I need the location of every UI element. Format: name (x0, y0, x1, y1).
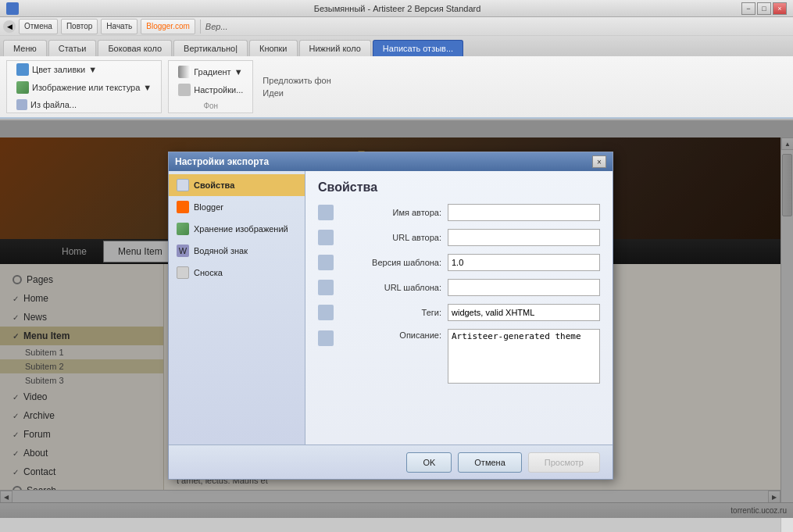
ribbon-area: ◀ Отмена Повтор Начать Blogger.com Вер..… (0, 17, 793, 120)
menu-tab[interactable]: Меню (3, 40, 47, 56)
dialog-main: Свойства Имя автора: URL автора: Версия … (305, 171, 613, 445)
tagline-text: Вер... (205, 22, 228, 31)
cancel-button[interactable]: Отмена (458, 452, 521, 473)
tags-label: Теги: (340, 308, 441, 317)
dialog-main-title: Свойства (318, 180, 600, 195)
dialog-sidebar-footnote[interactable]: Сноска (169, 262, 305, 284)
template-url-label: URL шаблона: (340, 283, 441, 292)
close-window-button[interactable]: × (773, 2, 787, 15)
fill-color-btn[interactable]: Цвет заливки ▼ (12, 62, 156, 77)
watermark-icon: W (177, 245, 189, 257)
background-group: Цвет заливки ▼ Изображение или текстура … (6, 60, 162, 113)
from-file-icon (16, 99, 27, 110)
description-label: Описание: (340, 329, 441, 340)
vertical-col-tab[interactable]: Вертикально| (173, 40, 248, 56)
author-url-label: URL автора: (340, 233, 441, 242)
dialog-overlay: Настройки экспорта × Свойства Blogger (0, 120, 793, 518)
ok-button[interactable]: OK (406, 452, 452, 473)
suggest-area: Предложить фон Идеи (259, 73, 334, 101)
preview-button[interactable]: Просмотр (528, 452, 600, 473)
dialog-sidebar-image-storage[interactable]: Хранение изображений (169, 218, 305, 240)
tags-row: Теги: (318, 304, 600, 321)
quick-access-icon: ◀ (3, 20, 16, 33)
dialog-title: Настройки экспорта (175, 156, 269, 167)
window-controls: − □ × (741, 2, 787, 15)
author-name-row: Имя автора: (318, 204, 600, 221)
image-texture-icon (16, 81, 29, 94)
start-button[interactable]: Начать (101, 19, 138, 34)
description-row: Описание: Artisteer-generated theme (318, 329, 600, 384)
gradient-icon (178, 66, 191, 78)
template-url-icon (318, 280, 334, 295)
app-icon (6, 2, 19, 15)
from-file-btn[interactable]: Из файла... (12, 98, 156, 112)
articles-tab[interactable]: Статьи (48, 40, 97, 56)
description-icon (318, 330, 334, 346)
description-textarea[interactable]: Artisteer-generated theme (448, 329, 600, 384)
dialog-sidebar-watermark[interactable]: W Водяной знак (169, 240, 305, 262)
author-url-row: URL автора: (318, 229, 600, 246)
buttons-tab[interactable]: Кнопки (249, 40, 298, 56)
author-name-icon (318, 205, 334, 220)
dialog-footer: OK Отмена Просмотр (169, 445, 613, 479)
minimize-button[interactable]: − (741, 2, 755, 15)
author-name-label: Имя автора: (340, 208, 441, 217)
tags-icon (318, 305, 334, 320)
image-texture-btn[interactable]: Изображение или текстура ▼ (12, 80, 156, 95)
redo-button[interactable]: Повтор (61, 19, 98, 34)
image-storage-icon (177, 223, 189, 235)
template-version-input[interactable] (448, 254, 600, 271)
template-version-icon (318, 255, 334, 270)
toolbar-separator (200, 20, 201, 34)
fill-color-icon (16, 63, 29, 76)
main-area: torrentic.ucoz.ru torrentic.ucoz.ru Home… (0, 120, 793, 518)
author-url-icon (318, 230, 334, 245)
dialog-body: Свойства Blogger Хранение изображений W … (169, 171, 613, 445)
settings-icon (178, 84, 191, 96)
suggest-bg-label: Предложить фон (263, 76, 330, 85)
ribbon-toolbar: ◀ Отмена Повтор Начать Blogger.com Вер..… (0, 17, 793, 36)
template-url-row: URL шаблона: (318, 279, 600, 296)
undo-button[interactable]: Отмена (19, 19, 58, 34)
maximize-button[interactable]: □ (757, 2, 771, 15)
ideas-label: Идеи (263, 88, 330, 98)
dialog-close-button[interactable]: × (592, 155, 606, 168)
title-bar: Безымянный - Artisteer 2 Версия Standard… (0, 0, 793, 17)
background-label: Фон (173, 100, 248, 110)
blogger-icon (177, 201, 189, 213)
dialog-titlebar: Настройки экспорта × (169, 152, 613, 171)
author-name-input[interactable] (448, 204, 600, 221)
footnote-icon (177, 266, 189, 279)
settings-btn[interactable]: Настройки... (173, 82, 248, 98)
template-url-input[interactable] (448, 279, 600, 296)
bottom-col-tab[interactable]: Нижний коло (299, 40, 371, 56)
blogger-button[interactable]: Blogger.com (141, 19, 195, 34)
template-version-label: Версия шаблона: (340, 258, 441, 267)
dialog-sidebar-blogger[interactable]: Blogger (169, 196, 305, 218)
window-title: Безымянный - Artisteer 2 Версия Standard (53, 4, 741, 13)
ribbon-content: Цвет заливки ▼ Изображение или текстура … (0, 56, 793, 119)
dialog-sidebar: Свойства Blogger Хранение изображений W … (169, 171, 305, 445)
sidebar-col-tab[interactable]: Боковая коло (98, 40, 172, 56)
gradient-group: Градиент ▼ Настройки... Фон (168, 60, 253, 113)
template-version-row: Версия шаблона: (318, 254, 600, 271)
write-review-tab[interactable]: Написать отзыв... (373, 40, 463, 56)
author-url-input[interactable] (448, 229, 600, 246)
dialog-sidebar-properties[interactable]: Свойства (169, 174, 305, 196)
properties-icon (177, 179, 189, 191)
gradient-btn[interactable]: Градиент ▼ (173, 64, 248, 80)
export-settings-dialog: Настройки экспорта × Свойства Blogger (168, 152, 613, 480)
ribbon-tabs: Меню Статьи Боковая коло Вертикально| Кн… (0, 36, 793, 56)
tags-input[interactable] (448, 304, 600, 321)
